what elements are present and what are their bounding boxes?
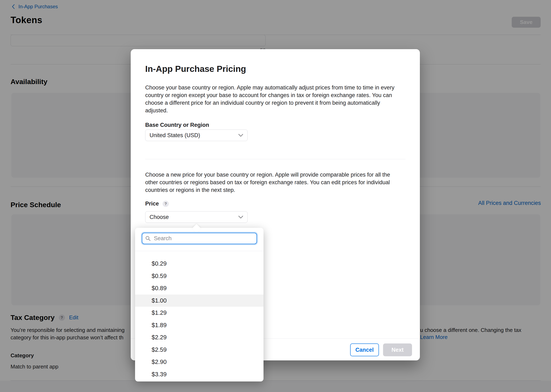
modal-price-paragraph: Choose a new price for your base country…	[145, 171, 390, 194]
price-option[interactable]: $2.90	[135, 356, 263, 368]
price-option[interactable]: $0.29	[135, 258, 263, 270]
modal-intro-paragraph: Choose your base country or region. Appl…	[145, 84, 394, 114]
price-option[interactable]: $0.89	[135, 282, 263, 294]
chevron-down-icon	[238, 216, 243, 219]
price-option[interactable]: $2.29	[135, 331, 263, 344]
base-country-label: Base Country or Region	[145, 122, 209, 128]
price-option[interactable]: $3.39	[135, 368, 263, 381]
base-country-select[interactable]: United States (USD)	[145, 129, 247, 141]
price-list: $0.29 $0.59 $0.89 $1.00 $1.29 $1.89 $2.2…	[135, 258, 263, 380]
cancel-button[interactable]: Cancel	[350, 343, 379, 356]
price-option[interactable]: $2.59	[135, 344, 263, 356]
search-input[interactable]	[142, 233, 257, 244]
price-label: Price	[145, 201, 159, 207]
price-option[interactable]: $1.29	[135, 307, 263, 319]
modal-title: In-App Purchase Pricing	[145, 64, 246, 74]
next-button[interactable]: Next	[383, 343, 412, 356]
help-icon[interactable]: ?	[163, 201, 169, 207]
chevron-down-icon	[238, 134, 243, 137]
price-option[interactable]: $1.89	[135, 319, 263, 331]
price-option-selected[interactable]: $1.00	[135, 294, 263, 307]
modal-divider	[145, 159, 405, 159]
price-select-value: Choose	[150, 214, 169, 220]
price-dropdown-popover: $0.29 $0.59 $0.89 $1.00 $1.29 $1.89 $2.2…	[135, 228, 263, 381]
price-option[interactable]: $0.59	[135, 270, 263, 282]
base-country-value: United States (USD)	[150, 132, 200, 139]
price-select[interactable]: Choose	[145, 211, 247, 223]
